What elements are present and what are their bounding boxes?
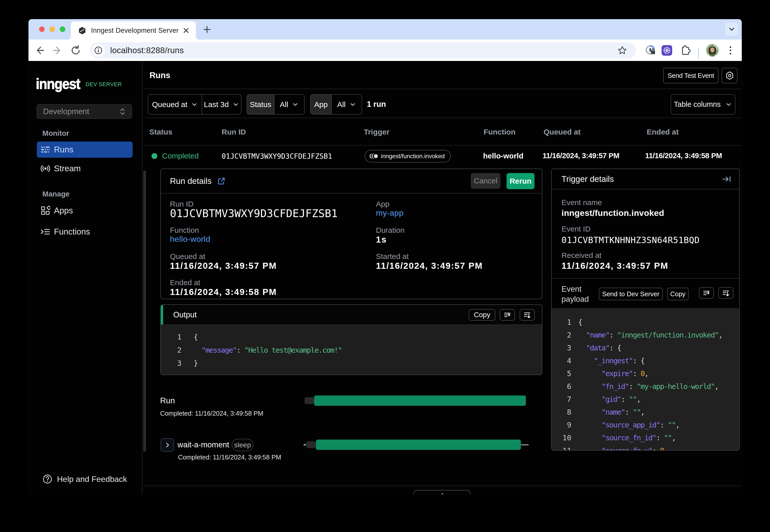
field-label: Run ID: [170, 200, 194, 208]
sidebar-item-functions[interactable]: Functions: [37, 224, 133, 240]
row-run-id: 01JCVBTMV3WXY9D3CFDEJFZSB1: [222, 152, 332, 160]
extensions-puzzle-icon[interactable]: [680, 45, 691, 56]
event-payload-code[interactable]: 1{2 "name": "inngest/function.invoked",3…: [552, 308, 739, 450]
code-line: 1{: [552, 316, 739, 328]
browser-menu-icon[interactable]: [725, 45, 736, 56]
close-window-button[interactable]: [39, 26, 45, 32]
timeline-zoom-button[interactable]: [413, 490, 470, 494]
reload-button[interactable]: [70, 45, 81, 56]
apps-icon: [40, 206, 50, 216]
sidebar-item-stream[interactable]: Stream: [37, 160, 133, 177]
status-filter-select[interactable]: All: [274, 95, 304, 114]
table-columns-button[interactable]: Table columns: [671, 94, 735, 115]
screen: Inngest Development Server: [0, 0, 770, 532]
chevron-down-icon: [728, 25, 735, 33]
settings-button[interactable]: [722, 68, 738, 83]
status-filter-value: All: [280, 100, 288, 109]
code-line: 9 "source_app_id": "",: [552, 418, 739, 431]
sidebar-item-label: Stream: [54, 164, 81, 173]
help-and-feedback[interactable]: Help and Feedback: [42, 474, 127, 484]
expand-step-button[interactable]: [160, 438, 174, 452]
code-line: 5 "expire": 0,: [552, 367, 739, 380]
tab-strip: Inngest Development Server: [28, 19, 742, 40]
field-value-function[interactable]: hello-world: [170, 235, 210, 244]
status-filter[interactable]: Status All: [247, 94, 305, 115]
copy-payload-button[interactable]: Copy: [667, 288, 689, 300]
site-info-button[interactable]: [92, 44, 105, 57]
row-status: Completed: [162, 152, 199, 160]
column-trigger: Trigger: [364, 128, 390, 136]
column-function: Function: [483, 128, 515, 136]
back-button[interactable]: [34, 45, 45, 56]
copy-output-button[interactable]: Copy: [469, 309, 495, 321]
profile-avatar[interactable]: [706, 44, 719, 56]
event-id-value: 01JCVBTMTKNHNHZ3SN64R51BQD: [561, 235, 700, 245]
app-filter-select[interactable]: All: [331, 95, 362, 114]
forward-button[interactable]: [52, 45, 63, 56]
cancel-button[interactable]: Cancel: [471, 173, 500, 189]
send-test-event-button[interactable]: Send Test Event: [663, 68, 719, 83]
main-header: Runs Send Test Event: [143, 61, 742, 89]
functions-icon: [40, 227, 50, 237]
field-value-app[interactable]: my-app: [376, 208, 404, 218]
details-scrollbar[interactable]: [143, 171, 146, 452]
table-row[interactable]: Completed 01JCVBTMV3WXY9D3CFDEJFZSB1 inn…: [143, 145, 742, 167]
zoom-window-button[interactable]: [60, 26, 65, 32]
timeline-run-bar[interactable]: [314, 395, 526, 406]
event-name-value: inngest/function.invoked: [561, 208, 664, 218]
sidebar: inngest DEV SERVER Development Monitor: [28, 61, 142, 494]
table-columns-label: Table columns: [674, 100, 721, 109]
environment-value: Development: [43, 107, 89, 116]
output-code[interactable]: 1{2 "message": "Hello test@example.com!"…: [161, 325, 542, 375]
chevrons-up-down-icon: [118, 107, 127, 116]
trigger-pill[interactable]: inngest/function.invoked: [365, 150, 451, 162]
payload-label-line1: Event: [561, 285, 582, 293]
time-field-select[interactable]: Queued at: [148, 95, 202, 114]
run-count: 1 run: [367, 100, 386, 109]
sidebar-item-label: Apps: [54, 206, 73, 215]
run-details-header: Run details Cancel Rerun: [161, 169, 542, 193]
status-filter-label: Status: [247, 95, 274, 114]
rerun-button[interactable]: Rerun: [506, 173, 534, 189]
password-manager-extension-icon[interactable]: [645, 45, 657, 56]
time-filter[interactable]: Queued at Last 3d: [148, 94, 242, 115]
filter-bar: Queued at Last 3d: [143, 90, 742, 118]
sidebar-item-apps[interactable]: Apps: [37, 203, 133, 219]
trigger-name: inngest/function.invoked: [381, 153, 445, 160]
no-wrap-text-icon: [503, 311, 511, 319]
time-range-select[interactable]: Last 3d: [202, 95, 241, 114]
send-to-dev-server-button[interactable]: Send to Dev Server: [599, 288, 663, 300]
sidebar-item-runs[interactable]: Runs: [37, 142, 133, 158]
environment-select[interactable]: Development: [37, 104, 132, 119]
url-bar[interactable]: localhost:8288/runs: [90, 42, 636, 58]
output-section: Output Copy: [160, 304, 542, 375]
collapse-panel-icon[interactable]: [722, 174, 732, 184]
timeline-run-label: Run: [160, 396, 175, 405]
help-label: Help and Feedback: [57, 475, 127, 484]
inngest-wordmark: inngest: [36, 75, 80, 92]
tab-search-button[interactable]: [725, 22, 738, 36]
timeline-tail-line: [521, 444, 529, 445]
app-filter[interactable]: App All: [310, 94, 362, 115]
scroll-to-bottom-button[interactable]: [520, 309, 535, 321]
step-run-bar[interactable]: [316, 440, 521, 450]
new-tab-button[interactable]: [202, 24, 212, 35]
step-kind-badge: sleep: [232, 439, 254, 451]
bookmark-star-icon[interactable]: [617, 45, 627, 55]
scroll-bottom-icon: [722, 289, 730, 297]
minimize-window-button[interactable]: [49, 26, 55, 32]
purple-extension-icon[interactable]: [661, 45, 673, 56]
sidebar-section-monitor: Monitor: [42, 129, 69, 138]
wrap-text-button[interactable]: [500, 309, 515, 321]
traffic-lights: [39, 26, 65, 32]
field-label: Queued at: [170, 252, 205, 261]
browser-tab[interactable]: Inngest Development Server: [71, 21, 196, 40]
wrap-text-button[interactable]: [699, 287, 714, 299]
external-link-icon[interactable]: [217, 177, 226, 185]
tab-close-icon[interactable]: [182, 27, 190, 34]
chevron-down-icon: [349, 101, 356, 108]
scroll-to-bottom-button[interactable]: [718, 287, 733, 299]
code-line: 2 "name": "inngest/function.invoked",: [552, 328, 739, 341]
timeline-dash: [304, 444, 306, 445]
run-details-title: Run details: [170, 176, 212, 186]
